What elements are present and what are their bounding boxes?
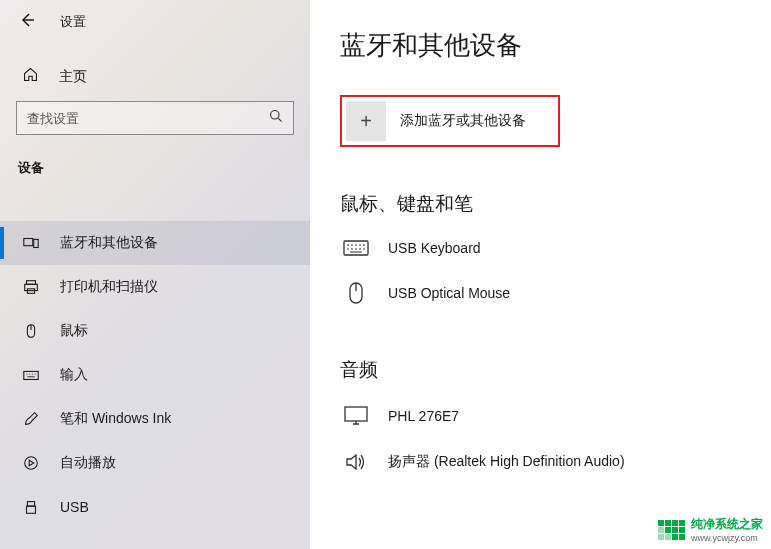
svg-rect-13	[345, 407, 367, 421]
window-title: 设置	[60, 13, 86, 31]
home-label: 主页	[59, 68, 87, 86]
keyboard-device-icon	[342, 239, 370, 257]
sidebar-item-typing[interactable]: 输入	[0, 353, 310, 397]
sidebar-item-label: 笔和 Windows Ink	[60, 410, 171, 428]
add-device-button[interactable]: + 添加蓝牙或其他设备	[346, 101, 554, 141]
printer-icon	[22, 278, 40, 296]
device-item[interactable]: USB Keyboard	[340, 231, 771, 273]
device-item[interactable]: PHL 276E7	[340, 397, 771, 443]
sidebar-item-label: USB	[60, 499, 89, 515]
monitor-device-icon	[342, 405, 370, 427]
device-label: 扬声器 (Realtek High Definition Audio)	[388, 453, 625, 471]
usb-icon	[22, 498, 40, 516]
svg-rect-2	[34, 239, 39, 247]
svg-rect-1	[24, 239, 33, 246]
device-item[interactable]: 扬声器 (Realtek High Definition Audio)	[340, 443, 771, 489]
device-label: PHL 276E7	[388, 408, 459, 424]
sidebar-item-label: 自动播放	[60, 454, 116, 472]
watermark-text: 纯净系统之家	[691, 516, 763, 533]
main-content: 蓝牙和其他设备 + 添加蓝牙或其他设备 鼠标、键盘和笔 USB Keyboard…	[310, 0, 771, 549]
home-nav[interactable]: 主页	[0, 66, 310, 87]
back-button[interactable]	[18, 11, 36, 34]
svg-rect-4	[25, 284, 38, 290]
sidebar-item-label: 鼠标	[60, 322, 88, 340]
sidebar-item-pen[interactable]: 笔和 Windows Ink	[0, 397, 310, 441]
sidebar-item-usb[interactable]: USB	[0, 485, 310, 529]
svg-point-8	[25, 457, 38, 470]
svg-rect-7	[24, 371, 38, 379]
device-item[interactable]: USB Optical Mouse	[340, 273, 771, 321]
search-input[interactable]	[27, 111, 268, 126]
home-icon	[22, 66, 39, 87]
add-device-label: 添加蓝牙或其他设备	[400, 112, 526, 130]
devices-icon	[22, 234, 40, 252]
svg-rect-10	[27, 506, 36, 513]
keyboard-icon	[22, 366, 40, 384]
mouse-device-icon	[342, 281, 370, 305]
plus-icon: +	[346, 101, 386, 141]
sidebar-item-mouse[interactable]: 鼠标	[0, 309, 310, 353]
category-title: 设备	[0, 151, 310, 191]
sidebar-item-label: 打印机和扫描仪	[60, 278, 158, 296]
watermark-url: www.ycwjzy.com	[691, 533, 758, 543]
section-title-input: 鼠标、键盘和笔	[340, 191, 771, 217]
svg-rect-3	[27, 281, 36, 285]
sidebar-item-bluetooth[interactable]: 蓝牙和其他设备	[0, 221, 310, 265]
mouse-icon	[22, 322, 40, 340]
sidebar-item-label: 蓝牙和其他设备	[60, 234, 158, 252]
device-label: USB Keyboard	[388, 240, 481, 256]
header-bar: 设置	[0, 0, 310, 44]
speaker-device-icon	[342, 451, 370, 473]
svg-rect-11	[344, 241, 368, 255]
add-device-highlight: + 添加蓝牙或其他设备	[340, 95, 560, 147]
watermark: 纯净系统之家 www.ycwjzy.com	[658, 516, 763, 543]
section-title-audio: 音频	[340, 357, 771, 383]
svg-point-0	[271, 110, 280, 119]
search-box[interactable]	[16, 101, 294, 135]
page-title: 蓝牙和其他设备	[340, 28, 771, 63]
sidebar-item-printers[interactable]: 打印机和扫描仪	[0, 265, 310, 309]
sidebar-item-autoplay[interactable]: 自动播放	[0, 441, 310, 485]
svg-rect-9	[27, 502, 34, 507]
search-icon	[268, 108, 285, 129]
sidebar-item-label: 输入	[60, 366, 88, 384]
pen-icon	[22, 410, 40, 428]
watermark-logo-icon	[658, 520, 685, 540]
autoplay-icon	[22, 454, 40, 472]
sidebar: 设置 主页 设备 蓝牙和其他设备 打印机和扫描仪	[0, 0, 310, 549]
device-label: USB Optical Mouse	[388, 285, 510, 301]
